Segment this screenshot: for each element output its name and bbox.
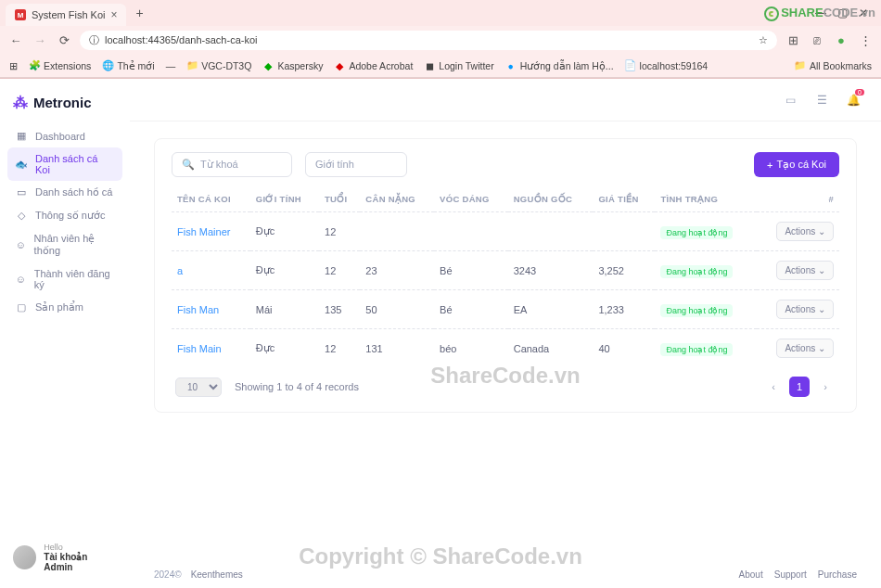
stack-icon[interactable]: ☰ [812, 91, 831, 109]
status-badge: Đang hoạt động [660, 226, 733, 239]
chevron-down-icon: ⌄ [818, 343, 825, 353]
page-size-select[interactable]: 10 [175, 377, 222, 397]
extensions-icon[interactable]: ⊞ [785, 33, 801, 47]
row-actions-button[interactable]: Actions ⌄ [776, 222, 834, 241]
table-row: aĐực1223Bé32433,252Đang hoạt độngActions… [172, 251, 839, 290]
tab-bar: M System Fish Koi × + — ▢ ✕ [0, 0, 881, 26]
url-text: localhost:44365/danh-sach-ca-koi [105, 34, 258, 45]
topbar: ▭ ☰ 🔔0 [130, 79, 881, 121]
avatar [13, 545, 36, 569]
grid-icon: ▦ [15, 130, 28, 142]
footer-about[interactable]: About [739, 569, 763, 580]
sidebar-item-pond-list[interactable]: ▭Danh sách hồ cá [7, 181, 122, 204]
status-badge: Đang hoạt động [660, 304, 733, 317]
chevron-down-icon: ⌄ [818, 265, 825, 275]
browser-chrome: M System Fish Koi × + — ▢ ✕ ← → ⟳ ⓘ loca… [0, 0, 881, 79]
star-icon[interactable]: ☆ [759, 34, 768, 46]
user-icon: ☺ [15, 239, 27, 250]
tab-favicon-icon: M [15, 9, 26, 20]
row-actions-button[interactable]: Actions ⌄ [776, 339, 834, 358]
sidebar-item-water[interactable]: ◇Thông số nước [7, 204, 122, 227]
bookmark-divider: — [166, 60, 176, 71]
koi-name-link[interactable]: a [177, 265, 183, 276]
search-input[interactable]: 🔍 Từ khoá [172, 152, 292, 177]
main: ▭ ☰ 🔔0 🔍 Từ khoá Giới tính + Tạo cá Koi [130, 79, 881, 588]
th-origin[interactable]: NGUỒN GỐC [508, 186, 594, 212]
bookmark-guide[interactable]: ●Hướng dẫn làm Hộ... [505, 60, 614, 71]
current-user[interactable]: Hello Tài khoản Admin [7, 537, 122, 578]
row-actions-button[interactable]: Actions ⌄ [776, 261, 834, 280]
apps-icon[interactable]: ⊞ [9, 60, 18, 71]
all-bookmarks[interactable]: 📁All Bookmarks [795, 60, 872, 71]
gender-select[interactable]: Giới tính [305, 152, 407, 177]
create-koi-button[interactable]: + Tạo cá Koi [754, 152, 839, 177]
pager: ‹ 1 › [763, 377, 836, 397]
forward-icon[interactable]: → [32, 33, 48, 47]
calendar-icon[interactable]: ▭ [781, 91, 799, 109]
table-row: Fish MainĐực12131béoCanada40Đang hoạt độ… [172, 329, 839, 368]
th-sex[interactable]: GIỚI TÍNH [250, 186, 319, 212]
notif-badge: 0 [855, 89, 864, 96]
koi-name-link[interactable]: Fish Mainer [177, 226, 230, 237]
th-age[interactable]: TUỔI [319, 186, 360, 212]
users-icon: ☺ [15, 274, 27, 285]
water-icon: ◇ [15, 210, 28, 222]
browser-tab[interactable]: M System Fish Koi × [6, 4, 126, 26]
reload-icon[interactable]: ⟳ [56, 33, 72, 47]
bookmark-vgc[interactable]: 📁VGC-DT3Q [186, 60, 251, 71]
table-footer: 10 Showing 1 to 4 of 4 records ‹ 1 › [172, 367, 839, 399]
prev-page-button[interactable]: ‹ [763, 377, 784, 397]
table-row: Fish ManMái13550BéEA1,233Đang hoạt độngA… [172, 290, 839, 329]
th-weight[interactable]: CÂN NẶNG [360, 186, 434, 212]
th-name[interactable]: TÊN CÁ KOI [172, 186, 250, 212]
sidebar: ⁂ Metronic ▦Dashboard 🐟Danh sách cá Koi … [0, 79, 130, 588]
new-tab-button[interactable]: + [130, 4, 148, 22]
chevron-down-icon: ⌄ [818, 304, 825, 314]
footer-support[interactable]: Support [774, 569, 807, 580]
url-bar[interactable]: ⓘ localhost:44365/danh-sach-ca-koi ☆ [80, 31, 777, 50]
sidebar-item-dashboard[interactable]: ▦Dashboard [7, 124, 122, 147]
menu-icon[interactable]: ⋮ [857, 33, 874, 47]
th-price[interactable]: GIÁ TIỀN [593, 186, 655, 212]
bell-icon[interactable]: 🔔0 [844, 91, 862, 109]
close-tab-icon[interactable]: × [110, 8, 117, 21]
footer-purchase[interactable]: Purchase [818, 569, 857, 580]
bookmark-twitter[interactable]: ◼Login Twitter [424, 60, 493, 71]
footer-vendor[interactable]: Keenthemes [191, 569, 243, 580]
sidebar-item-products[interactable]: ▢Sản phẩm [7, 296, 122, 319]
tab-title: System Fish Koi [32, 9, 105, 20]
bookmark-localhost[interactable]: 📄localhost:59164 [625, 60, 709, 71]
app: ⁂ Metronic ▦Dashboard 🐟Danh sách cá Koi … [0, 79, 881, 588]
sharecode-watermark-logo: SHARECODE.vn [764, 6, 875, 21]
showing-text: Showing 1 to 4 of 4 records [235, 381, 359, 392]
logo-text: Metronic [33, 95, 92, 110]
sidebar-item-koi-list[interactable]: 🐟Danh sách cá Koi [7, 147, 122, 181]
page-1-button[interactable]: 1 [789, 377, 810, 397]
bookmark-kaspersky[interactable]: ◆Kaspersky [262, 60, 323, 71]
logo[interactable]: ⁂ Metronic [7, 90, 122, 124]
th-shape[interactable]: VÓC DÁNG [434, 186, 508, 212]
row-actions-button[interactable]: Actions ⌄ [776, 300, 834, 319]
table-row: Fish MainerĐực12Đang hoạt độngActions ⌄ [172, 212, 839, 251]
logo-icon: ⁂ [13, 94, 28, 111]
toggle-icon[interactable]: ⎚ [809, 33, 825, 47]
pond-icon: ▭ [15, 186, 28, 198]
site-info-icon[interactable]: ⓘ [89, 33, 99, 47]
back-icon[interactable]: ← [7, 33, 24, 47]
sidebar-item-members[interactable]: ☺Thành viên đăng ký [7, 262, 122, 296]
th-status[interactable]: TÌNH TRẠNG [655, 186, 756, 212]
user-hello: Hello [44, 543, 117, 552]
koi-name-link[interactable]: Fish Man [177, 304, 219, 315]
bookmark-acrobat[interactable]: ◆Adobe Acrobat [334, 60, 413, 71]
search-placeholder: Từ khoá [200, 159, 238, 171]
chevron-down-icon: ⌄ [818, 226, 825, 236]
bookmark-themoi[interactable]: 🌐Thẻ mới [102, 60, 154, 71]
plus-icon: + [767, 160, 772, 171]
sidebar-item-staff[interactable]: ☺Nhân viên hệ thống [7, 227, 122, 262]
next-page-button[interactable]: › [815, 377, 836, 397]
profile-icon[interactable]: ● [833, 33, 849, 47]
koi-name-link[interactable]: Fish Main [177, 343, 222, 354]
footer: 2024© Keenthemes About Support Purchase [130, 564, 881, 588]
bookmarks-bar: ⊞ 🧩Extensions 🌐Thẻ mới — 📁VGC-DT3Q ◆Kasp… [0, 54, 881, 78]
bookmark-extensions[interactable]: 🧩Extensions [29, 60, 91, 71]
